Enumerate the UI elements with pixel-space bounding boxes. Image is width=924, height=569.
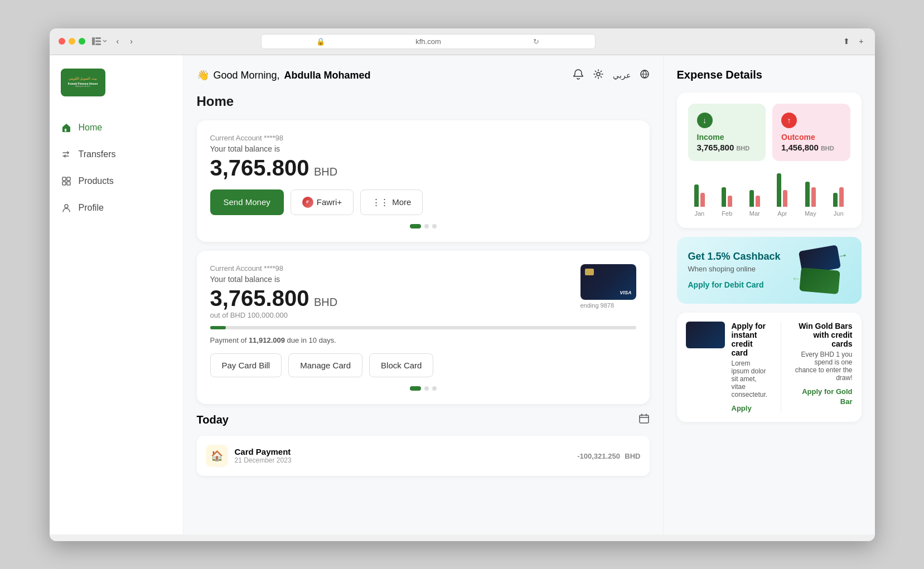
promo-card: Apply for instant credit card Lorem ipsu… [677,313,862,422]
traffic-light-yellow[interactable] [69,38,75,45]
traffic-light-green[interactable] [79,38,85,45]
account-card-2: Current Account ****98 Your total balanc… [197,251,650,404]
promo-left-desc: Lorem ipsum dolor sit amet, vitae consec… [732,359,768,398]
sidebar-item-profile[interactable]: Profile [50,194,183,221]
svg-rect-3 [95,43,101,45]
sidebar-item-label: Profile [79,203,104,213]
card-2-out-of: out of BHD 100,000.000 [210,311,338,319]
svg-rect-2 [95,41,101,42]
account-card-1: Current Account ****98 Your total balanc… [197,120,650,242]
logo: بيت التمويل الكويتي Kuwait Finance House… [50,69,183,114]
outcome-value: 1,456,800 BHD [781,143,841,152]
manage-card-button[interactable]: Manage Card [288,353,362,377]
bar-group-apr: Apr [777,173,787,217]
card-2-indicators [210,386,636,391]
bar-red-apr [783,190,787,207]
progress-bar [210,326,226,329]
bar-label-jun: Jun [834,210,844,217]
more-button[interactable]: ⋮⋮ More [360,189,423,215]
calendar-button[interactable] [638,413,650,427]
transaction-item: 🏠 Card Payment 21 December 2023 -100,321… [197,436,650,476]
cashback-link[interactable]: Apply for Debit Card [688,280,764,289]
send-money-button[interactable]: Send Money [210,189,284,215]
notification-button[interactable] [573,69,584,82]
today-title: Today [197,414,229,426]
card-1-currency: BHD [314,166,337,178]
card-2-top-row: Current Account ****98 Your total balanc… [210,264,636,319]
refresh-icon[interactable]: ↻ [484,37,588,46]
greeting: 👋 Good Morning, Abdulla Mohamed [197,69,371,81]
settings-button[interactable] [593,69,604,82]
promo-right-title: Win Gold Bars with credit cards [795,322,852,348]
bar-label-jan: Jan [694,210,704,217]
card-ending: ending 9878 [580,302,636,309]
promo-left: Apply for instant credit card Lorem ipsu… [686,322,768,413]
sidebar-item-transfers[interactable]: Transfers [50,141,183,168]
pay-card-bill-button[interactable]: Pay Card Bill [210,353,282,377]
greeting-text: Good Morning, [214,70,280,81]
arrow-right-icon: → [836,249,848,262]
sidebar-item-label: Transfers [79,149,116,159]
amount-currency: BHD [625,452,640,460]
outcome-icon: ↑ [781,113,797,128]
cashback-card-2: ← [799,268,840,294]
bar-green-mar [749,190,754,207]
indicator-dot-3 [432,386,437,391]
share-button[interactable]: ⬆ [841,35,852,48]
traffic-light-red[interactable] [59,38,65,45]
nav-forward-button[interactable]: › [128,35,135,48]
globe-button[interactable] [640,69,650,82]
bar-label-mar: Mar [749,210,760,217]
bar-label-apr: Apr [777,210,787,217]
user-name: Abdulla Mohamed [284,70,371,81]
income-value: 3,765,800 BHD [697,143,757,152]
address-bar: 🔒 kfh.com ↻ [261,34,596,49]
card-2-balance-row: 3,765.800 BHD [210,286,338,311]
card-2-balance: 3,765.800 [210,286,309,310]
income-currency: BHD [736,145,749,152]
card-1-balance-row: 3,765.800 BHD [210,155,636,181]
bar-green-feb [722,187,726,207]
profile-icon [61,202,72,213]
page-header: 👋 Good Morning, Abdulla Mohamed [197,69,650,82]
outcome-currency: BHD [821,145,834,152]
block-card-button[interactable]: Block Card [369,353,433,377]
transaction-left: 🏠 Card Payment 21 December 2023 [206,445,292,467]
right-panel: Expense Details ↓ Income 3,765,800 BHD ↑ [663,55,875,534]
credit-card-image: VISA [580,264,636,300]
payment-notice: Payment of 11,912.009 due in 10 days. [210,336,636,344]
transaction-emoji: 🏠 [211,450,223,462]
cashback-visual: → ← [800,248,850,293]
card-2-account-label: Current Account ****98 [210,264,338,273]
home-icon [61,122,72,133]
promo-right-link[interactable]: Apply for Gold Bar [802,387,852,406]
logo-text: بيت التمويل الكويتي Kuwait Finance House… [68,77,98,88]
payment-amount: 11,912.009 [249,336,285,344]
nav-back-button[interactable]: ‹ [114,35,122,48]
outcome-amount: 1,456,800 [781,143,819,152]
bar-group-mar: Mar [749,190,760,217]
card-1-actions: Send Money F Fawri+ ⋮⋮ More [210,189,636,215]
sidebar-toggle-button[interactable] [92,37,108,45]
promo-divider [781,322,781,413]
bar-group-jun: Jun [833,187,844,217]
language-button[interactable]: عربي [613,71,631,80]
promo-left-content: Apply for instant credit card Lorem ipsu… [732,322,768,413]
indicator-dot-2 [424,386,429,391]
indicator-dot-3 [432,224,437,228]
promo-left-link[interactable]: Apply [732,404,752,412]
outcome-label: Outcome [781,133,841,142]
card-2-balance-desc: Your total balance is [210,275,338,284]
card-1-indicators [210,224,636,228]
cashback-desc: When shoping online [688,265,781,273]
sidebar-item-products[interactable]: Products [50,168,183,194]
promo-right-desc: Every BHD 1 you spend is one chance to e… [795,351,852,382]
bar-red-jan [700,193,705,207]
url-text: kfh.com [376,37,480,46]
indicator-dot-2 [424,224,429,228]
sidebar-item-home[interactable]: Home [50,114,183,141]
fawri-button[interactable]: F Fawri+ [291,189,354,215]
income-amount: 3,765,800 [697,143,734,152]
new-tab-button[interactable]: + [857,35,865,48]
payment-notice-post: due in 10 days. [285,336,336,344]
